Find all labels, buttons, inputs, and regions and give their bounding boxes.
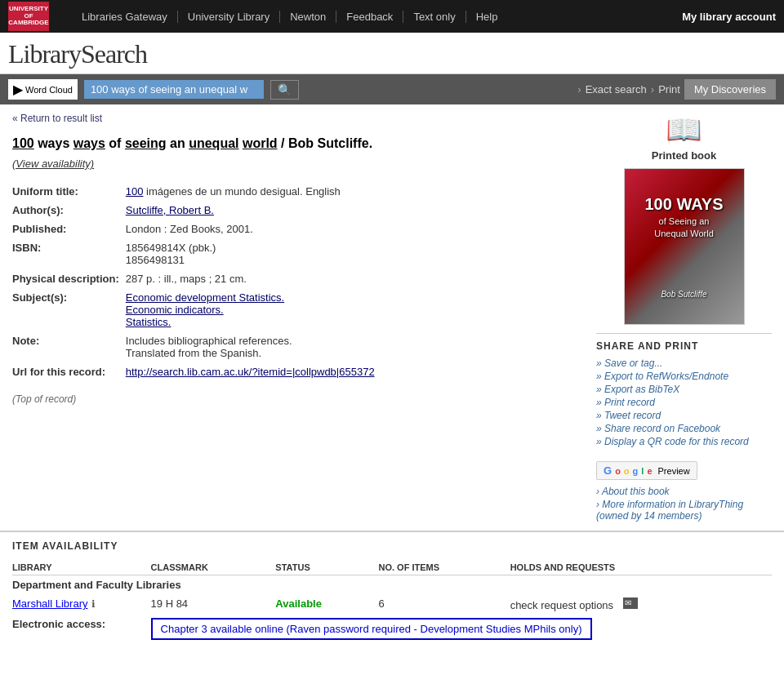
library-name-cell: Marshall Library ℹ <box>12 594 151 615</box>
uniform-title-100-link[interactable]: 100 <box>126 185 144 198</box>
nav-help[interactable]: Help <box>466 11 508 23</box>
subject2-link[interactable]: Economic indicators. <box>126 304 224 316</box>
library-search-header: LibrarySearch <box>0 33 784 74</box>
about-book-link[interactable]: › About this book <box>596 485 772 498</box>
book-title-world-link[interactable]: world <box>243 136 278 150</box>
top-nav-links: Libraries Gateway University Library New… <box>72 11 674 23</box>
book-cover-area: 📖 Printed book 100 WAYS of Seeing anUneq… <box>596 113 772 325</box>
col-holds: HOLDS AND REQUESTS <box>510 560 772 575</box>
exact-search-link[interactable]: Exact search <box>586 83 647 96</box>
title-of-text: of <box>109 136 125 150</box>
metadata-table: Uniform title: 100 imágenes de un mundo … <box>12 182 584 381</box>
view-availability-link[interactable]: (View availability) <box>12 158 94 170</box>
item-availability-section: ITEM AVAILABILITY LIBRARY CLASSMARK STAT… <box>0 531 784 651</box>
author-label: Author(s): <box>12 201 126 220</box>
qr-code-link[interactable]: » Display a QR code for this record <box>596 435 772 448</box>
title-slash-text: / <box>281 136 288 150</box>
search-bar-right: › Exact search › Print My Discoveries <box>577 79 776 100</box>
nav-university-library[interactable]: University Library <box>178 11 280 23</box>
published-row: Published: London : Zed Books, 2001. <box>12 220 584 238</box>
share-facebook-link[interactable]: » Share record on Facebook <box>596 422 772 435</box>
record-url-link[interactable]: http://search.lib.cam.ac.uk/?itemid=|col… <box>126 366 375 378</box>
cambridge-logo[interactable]: UNIVERSITY OFCAMBRIDGE <box>8 2 56 31</box>
nav-libraries-gateway[interactable]: Libraries Gateway <box>72 11 178 23</box>
uniform-title-rest: imágenes de un mundo desigual. English <box>143 185 340 198</box>
nav-text-only[interactable]: Text only <box>403 11 466 23</box>
word-cloud-button[interactable]: ▶ Word Cloud <box>8 79 78 100</box>
google-preview-button[interactable]: G o o g l e Preview <box>596 461 697 480</box>
google-o1: o <box>615 466 621 476</box>
book-title-unequal-link[interactable]: unequal <box>189 136 238 150</box>
electronic-access-link[interactable]: Chapter 3 available online (Raven passwo… <box>151 618 592 640</box>
availability-table-header: LIBRARY CLASSMARK STATUS NO. OF ITEMS HO… <box>12 560 772 575</box>
librarything-link[interactable]: › More information in LibraryThing (owne… <box>596 498 772 522</box>
search-button[interactable]: 🔍 <box>270 80 299 100</box>
email-icon[interactable] <box>623 597 638 609</box>
cover-subtitle: of Seeing anUnequal World <box>645 215 724 241</box>
col-library: LIBRARY <box>12 560 151 575</box>
site-title: LibrarySearch <box>8 39 776 69</box>
chevron-right-icon: › <box>577 83 581 96</box>
url-row: Url for this record: http://search.lib.c… <box>12 362 584 381</box>
nav-feedback[interactable]: Feedback <box>336 11 403 23</box>
author-link[interactable]: Sutcliffe, Robert B. <box>126 204 214 216</box>
isbn-row: ISBN: 185649814X (pbk.) 1856498131 <box>12 238 584 269</box>
save-tag-link[interactable]: » Save or tag... <box>596 357 772 370</box>
title-ways: ways <box>38 136 69 150</box>
title-an-text: an <box>170 136 189 150</box>
isbn2: 1856498131 <box>126 254 185 266</box>
my-library-account-link[interactable]: My library account <box>682 11 776 23</box>
export-refworks-link[interactable]: » Export to RefWorks/Endnote <box>596 370 772 383</box>
uniform-title-label: Uniform title: <box>12 182 126 201</box>
marshall-library-link[interactable]: Marshall Library <box>12 597 87 610</box>
tweet-record-link[interactable]: » Tweet record <box>596 409 772 422</box>
library-name-inner: Marshall Library ℹ <box>12 597 145 610</box>
subjects-values: Economic development Statistics. Economi… <box>126 288 584 331</box>
isbn-label: ISBN: <box>12 238 126 269</box>
info-icon[interactable]: ℹ <box>91 598 96 610</box>
note1: Includes bibliographical references. <box>126 335 292 347</box>
return-to-results-link[interactable]: « Return to result list <box>12 113 584 124</box>
subject1-link[interactable]: Economic development Statistics. <box>126 291 284 304</box>
classmark-cell: 19 H 84 <box>151 594 276 615</box>
shield-icon: UNIVERSITY OFCAMBRIDGE <box>8 2 49 31</box>
view-availability: (View availability) <box>12 158 584 170</box>
note-values: Includes bibliographical references. Tra… <box>126 331 584 362</box>
book-title-author: Bob Sutcliffe. <box>288 136 372 150</box>
print-record-link[interactable]: » Print record <box>596 396 772 409</box>
status-cell: Available <box>275 594 378 615</box>
my-discoveries-button[interactable]: My Discoveries <box>684 79 776 100</box>
subject3-link[interactable]: Statistics. <box>126 316 172 328</box>
book-cover-text: 100 WAYS of Seeing anUnequal World Bob S… <box>637 184 732 309</box>
book-title-seeing-link[interactable]: seeing <box>125 136 167 150</box>
availability-table: LIBRARY CLASSMARK STATUS NO. OF ITEMS HO… <box>12 560 772 643</box>
google-o2: o <box>624 466 630 476</box>
google-g-icon: G <box>604 464 612 477</box>
top-navigation: UNIVERSITY OFCAMBRIDGE Libraries Gateway… <box>0 0 784 33</box>
check-request: check request options <box>510 599 613 611</box>
google-g2: g <box>633 466 639 476</box>
print-link[interactable]: Print <box>658 83 680 96</box>
word-cloud-label: Word Cloud <box>25 85 73 95</box>
subjects-label: Subject(s): <box>12 288 126 331</box>
play-icon: ▶ <box>13 82 23 97</box>
note-row: Note: Includes bibliographical reference… <box>12 331 584 362</box>
uniform-title-row: Uniform title: 100 imágenes de un mundo … <box>12 182 584 201</box>
uniform-title-value: 100 imágenes de un mundo desigual. Engli… <box>126 182 584 201</box>
col-no-of-items: NO. OF ITEMS <box>378 560 510 575</box>
cover-100-ways: 100 WAYS <box>645 193 724 215</box>
search-input[interactable] <box>84 80 264 99</box>
col-status: STATUS <box>275 560 378 575</box>
availability-table-body: Department and Faculty Libraries Marshal… <box>12 575 772 644</box>
google-e: e <box>647 466 652 476</box>
book-title-100-link[interactable]: 100 <box>12 136 34 150</box>
dept-header: Department and Faculty Libraries <box>12 575 772 595</box>
preview-label: Preview <box>658 466 690 476</box>
book-icon: 📖 <box>596 113 772 147</box>
nav-newton[interactable]: Newton <box>280 11 336 23</box>
search-icon: 🔍 <box>278 83 292 96</box>
export-bibtex-link[interactable]: » Export as BibTeX <box>596 383 772 396</box>
book-title: 100 ways ways of seeing an unequal world… <box>12 136 584 151</box>
isbn1: 185649814X (pbk.) <box>126 242 216 254</box>
book-title-ways-link[interactable]: ways <box>74 136 105 150</box>
